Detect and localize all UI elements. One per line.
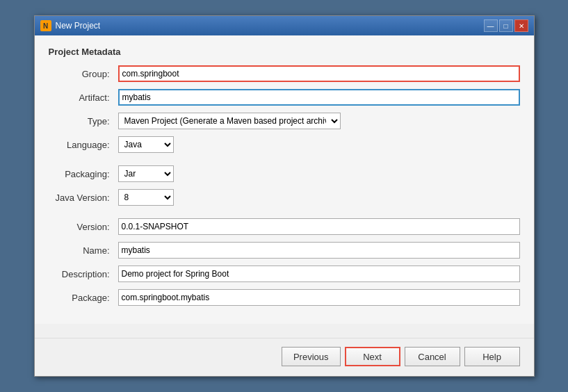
version-row: Version: — [49, 218, 520, 235]
version-field[interactable] — [118, 218, 520, 235]
title-bar-buttons: — □ ✕ — [484, 19, 528, 32]
type-select[interactable]: Maven Project (Generate a Maven based pr… — [118, 113, 341, 129]
footer: Previous Next Cancel Help — [35, 338, 534, 376]
group-field[interactable] — [118, 65, 520, 82]
group-label: Group: — [49, 69, 118, 79]
title-bar: N New Project — □ ✕ — [35, 16, 534, 35]
description-row: Description: — [49, 266, 520, 282]
artifact-field[interactable] — [118, 89, 520, 106]
close-button[interactable]: ✕ — [514, 19, 528, 32]
name-row: Name: — [49, 242, 520, 259]
name-field[interactable] — [118, 242, 520, 259]
artifact-label: Artifact: — [49, 92, 118, 103]
window-title: New Project — [56, 21, 484, 31]
cancel-button[interactable]: Cancel — [405, 347, 460, 366]
form-content: Project Metadata Group: Artifact: Type: … — [35, 35, 534, 324]
java-version-select[interactable]: 8 — [118, 189, 174, 206]
group-row: Group: — [49, 65, 520, 82]
section-title: Project Metadata — [49, 47, 520, 57]
packaging-label: Packaging: — [49, 169, 118, 179]
language-select[interactable]: Java — [118, 136, 174, 153]
package-field[interactable] — [118, 289, 520, 306]
type-label: Type: — [49, 116, 118, 126]
maximize-button[interactable]: □ — [499, 19, 513, 32]
version-label: Version: — [49, 222, 118, 232]
package-label: Package: — [49, 293, 118, 303]
next-button[interactable]: Next — [345, 347, 400, 366]
minimize-button[interactable]: — — [484, 19, 498, 32]
new-project-window: N New Project — □ ✕ Project Metadata Gro… — [34, 15, 535, 377]
packaging-select[interactable]: Jar — [118, 165, 174, 182]
name-label: Name: — [49, 245, 118, 256]
language-label: Language: — [49, 140, 118, 150]
description-field[interactable] — [118, 266, 520, 282]
java-version-row: Java Version: 8 — [49, 189, 520, 206]
description-label: Description: — [49, 269, 118, 279]
package-row: Package: — [49, 289, 520, 306]
window-icon: N — [40, 20, 51, 31]
type-row: Type: Maven Project (Generate a Maven ba… — [49, 113, 520, 129]
packaging-row: Packaging: Jar — [49, 165, 520, 182]
artifact-row: Artifact: — [49, 89, 520, 106]
previous-button[interactable]: Previous — [282, 347, 341, 366]
java-version-label: Java Version: — [49, 193, 118, 203]
help-button[interactable]: Help — [464, 347, 520, 366]
language-row: Language: Java — [49, 136, 520, 153]
